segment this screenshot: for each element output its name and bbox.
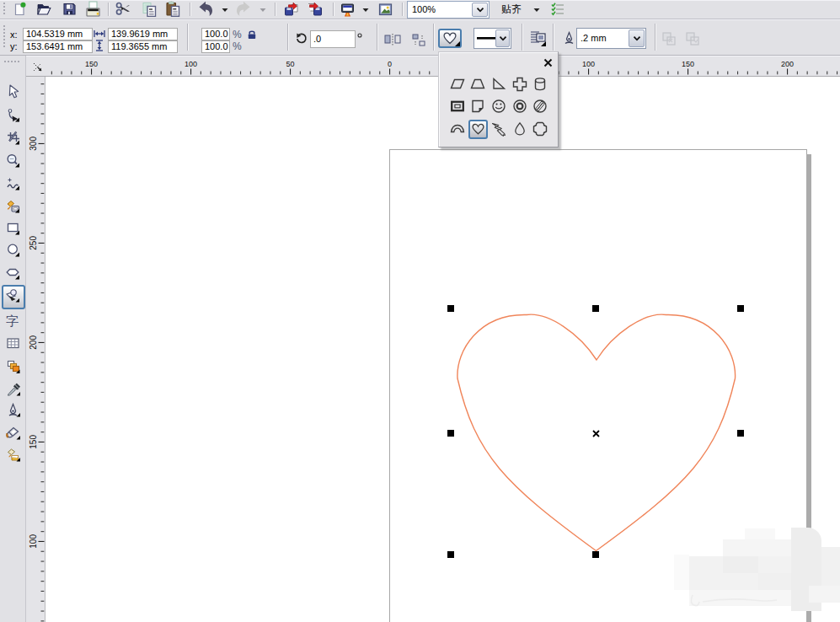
svg-text:150: 150 [85, 60, 98, 68]
svg-text:300: 300 [29, 137, 38, 151]
svg-text:100: 100 [582, 60, 595, 68]
svg-text:150: 150 [29, 435, 38, 449]
svg-text:250: 250 [29, 236, 38, 250]
svg-text:100: 100 [185, 60, 197, 68]
svg-text:50: 50 [286, 60, 294, 68]
svg-text:200: 200 [29, 335, 38, 350]
svg-text:200: 200 [781, 60, 794, 68]
svg-text:0: 0 [388, 60, 392, 68]
svg-text:100: 100 [29, 534, 38, 549]
svg-text:150: 150 [682, 60, 694, 68]
